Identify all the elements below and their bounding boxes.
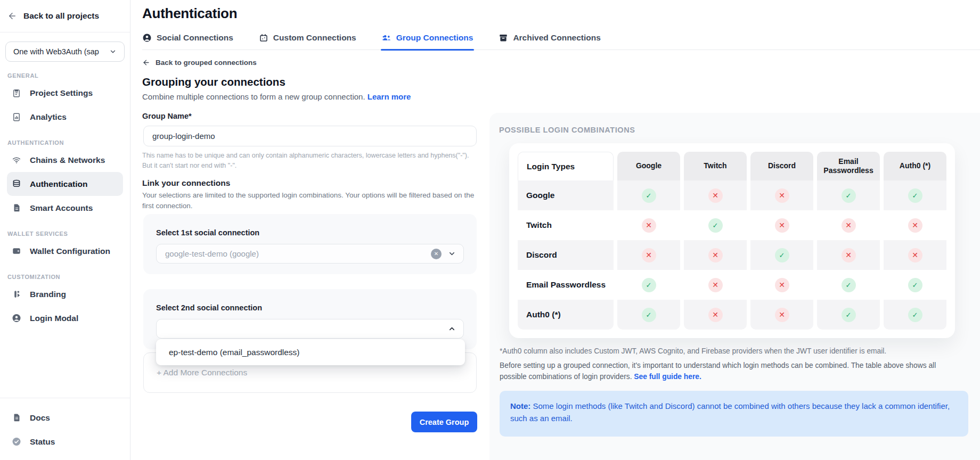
add-more-connections-button[interactable]: + Add More Connections bbox=[157, 368, 247, 377]
back-to-projects-link[interactable]: Back to all projects bbox=[0, 0, 130, 32]
x-icon: ✕ bbox=[842, 218, 856, 233]
chevron-down-icon bbox=[448, 250, 456, 258]
sidebar-item-branding[interactable]: Branding bbox=[7, 282, 123, 306]
sidebar-divider bbox=[0, 32, 130, 32]
first-connection-card: Select 1st social connection google-test… bbox=[143, 214, 477, 274]
doc-icon bbox=[12, 413, 21, 423]
check-icon: ✓ bbox=[908, 308, 922, 322]
dropdown-option-ep-test-demo[interactable]: ep-test-demo (email_passwordless) bbox=[169, 348, 300, 357]
sidebar-item-label: Status bbox=[30, 437, 55, 447]
sidebar-item-label: Project Settings bbox=[30, 88, 93, 98]
table-cell: ✕ bbox=[684, 270, 747, 300]
group-people-icon bbox=[382, 33, 391, 43]
sidebar-item-analytics[interactable]: Analytics bbox=[7, 105, 123, 129]
second-select-icons bbox=[448, 325, 456, 333]
table-cell: ✓ bbox=[884, 300, 946, 330]
link-connections-description: Your selections are limited to the suppo… bbox=[142, 190, 483, 212]
grouping-heading: Grouping your connections bbox=[142, 76, 285, 88]
sidebar-item-label: Analytics bbox=[30, 112, 67, 122]
user-avatar-icon bbox=[142, 33, 152, 43]
sidebar-item-authentication[interactable]: Authentication bbox=[7, 172, 123, 196]
x-icon: ✕ bbox=[708, 278, 723, 292]
table-cell: ✕ bbox=[817, 210, 880, 240]
page-title: Authentication bbox=[142, 5, 237, 22]
sidebar-item-docs[interactable]: Docs bbox=[7, 406, 123, 430]
table-cell: ✕ bbox=[884, 210, 946, 240]
note-label: Note: bbox=[510, 401, 530, 410]
sidebar-item-label: Branding bbox=[30, 290, 66, 299]
back-to-grouped-connections-link[interactable]: Back to grouped connections bbox=[142, 59, 257, 67]
combinations-table: Login TypesGoogleTwitchDiscordEmail Pass… bbox=[518, 152, 946, 330]
login-combinations-panel: POSSIBLE LOGIN COMBINATIONS Login TypesG… bbox=[489, 113, 980, 460]
sidebar-item-label: Chains & Networks bbox=[30, 155, 105, 165]
group-name-input[interactable] bbox=[143, 126, 477, 146]
link-connections-heading: Link your connections bbox=[142, 178, 230, 188]
x-icon: ✕ bbox=[842, 248, 856, 262]
sidebar-item-label: Docs bbox=[30, 413, 50, 423]
chevron-up-icon bbox=[448, 325, 456, 333]
wifi-icon bbox=[12, 155, 21, 165]
learn-more-link[interactable]: Learn more bbox=[368, 92, 411, 101]
grouping-subtitle: Combine multiple connections to form a n… bbox=[142, 92, 411, 101]
grouping-subtitle-text: Combine multiple connections to form a n… bbox=[142, 92, 365, 101]
table-cell: ✓ bbox=[817, 300, 880, 330]
project-selector[interactable]: One with Web3Auth (sap bbox=[5, 42, 125, 62]
group-name-help-line1: This name has to be unique and can only … bbox=[142, 151, 469, 161]
file-icon bbox=[12, 203, 21, 213]
check-icon: ✓ bbox=[775, 248, 789, 262]
sidebar-item-smart-accounts[interactable]: Smart Accounts bbox=[7, 196, 123, 220]
table-cell: ✓ bbox=[617, 270, 680, 300]
sidebar-item-chains-networks[interactable]: Chains & Networks bbox=[7, 148, 123, 172]
tab-social-connections[interactable]: Social Connections bbox=[142, 28, 233, 50]
first-connection-select[interactable]: google-test-demo (google) ✕ bbox=[156, 244, 464, 264]
select-second-connection-label: Select 2nd social connection bbox=[156, 303, 464, 312]
full-guide-link[interactable]: See full guide here. bbox=[634, 373, 701, 381]
sidebar-item-label: Wallet Configuration bbox=[30, 247, 110, 256]
combinations-heading: POSSIBLE LOGIN COMBINATIONS bbox=[499, 126, 980, 134]
sidebar-footer-divider bbox=[0, 398, 130, 398]
table-row-label: Email Passwordless bbox=[518, 270, 614, 300]
sidebar-item-wallet-configuration[interactable]: Wallet Configuration bbox=[7, 239, 123, 263]
table-cell: ✕ bbox=[750, 300, 813, 330]
table-cell: ✓ bbox=[750, 240, 813, 270]
x-icon: ✕ bbox=[908, 248, 922, 262]
group-name-help-line2: But it can't start nor end with "-". bbox=[142, 161, 469, 171]
table-header-login-types: Login Types bbox=[518, 152, 614, 180]
sidebar-sections: GENERALProject SettingsAnalyticsAUTHENTI… bbox=[0, 72, 130, 330]
table-cell: ✕ bbox=[684, 300, 747, 330]
table-cell: ✕ bbox=[750, 210, 813, 240]
table-cell: ✓ bbox=[817, 180, 880, 210]
sidebar-item-status[interactable]: Status bbox=[7, 430, 123, 454]
archive-icon bbox=[499, 33, 508, 43]
back-arrow-icon bbox=[7, 11, 17, 21]
table-cell: ✕ bbox=[617, 240, 680, 270]
sidebar-item-label: Authentication bbox=[30, 179, 88, 189]
table-cell: ✕ bbox=[684, 180, 747, 210]
tab-label: Archived Connections bbox=[513, 33, 601, 43]
table-cell: ✕ bbox=[750, 180, 813, 210]
second-connection-select[interactable] bbox=[156, 319, 464, 339]
x-icon: ✕ bbox=[775, 278, 789, 292]
table-row-label: Google bbox=[518, 180, 614, 210]
tab-archived-connections[interactable]: Archived Connections bbox=[499, 28, 601, 50]
check-icon: ✓ bbox=[908, 278, 922, 292]
note-body: Some login methods (like Twitch and Disc… bbox=[510, 401, 950, 423]
tab-group-connections[interactable]: Group Connections bbox=[382, 28, 473, 50]
table-cell: ✓ bbox=[884, 270, 946, 300]
sidebar-item-login-modal[interactable]: Login Modal bbox=[7, 306, 123, 330]
wallet-icon bbox=[12, 247, 21, 256]
check-icon: ✓ bbox=[708, 218, 723, 233]
sidebar-item-project-settings[interactable]: Project Settings bbox=[7, 81, 123, 105]
clear-selection-icon[interactable]: ✕ bbox=[431, 249, 442, 259]
sidebar-section-label: AUTHENTICATION bbox=[7, 139, 130, 146]
x-icon: ✕ bbox=[708, 308, 723, 322]
connection-dropdown-menu: ep-test-demo (email_passwordless) bbox=[156, 339, 465, 365]
tab-custom-connections[interactable]: Custom Connections bbox=[259, 28, 356, 50]
tab-label: Social Connections bbox=[157, 33, 233, 43]
sidebar-item-label: Login Modal bbox=[30, 314, 78, 323]
create-group-button[interactable]: Create Group bbox=[411, 412, 477, 432]
table-cell: ✓ bbox=[884, 180, 946, 210]
brush-icon bbox=[12, 290, 21, 299]
check-icon: ✓ bbox=[842, 278, 856, 292]
back-to-projects-label: Back to all projects bbox=[23, 11, 99, 21]
